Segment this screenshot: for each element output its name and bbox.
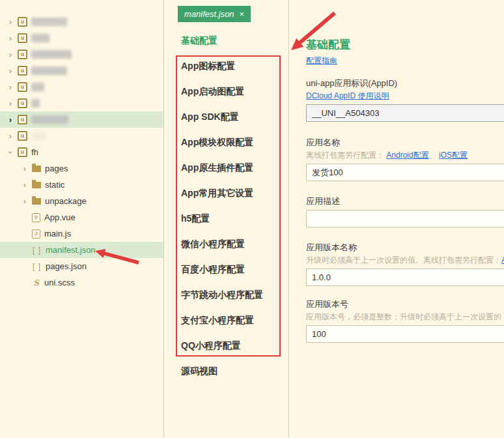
version-name-input[interactable] bbox=[306, 269, 504, 286]
hbuilderx-window: › u › u › u › u › u › u › bbox=[0, 0, 504, 438]
redacted-project-name bbox=[31, 18, 67, 26]
tab-manifest-json[interactable]: manifest.json × bbox=[178, 6, 251, 22]
uniapp-project-icon: u bbox=[18, 17, 27, 27]
uniapp-project-icon: u bbox=[18, 66, 27, 76]
tree-project-row[interactable]: › u bbox=[0, 128, 163, 144]
tab-label: manifest.json bbox=[184, 9, 234, 19]
uniapp-project-icon: u bbox=[18, 50, 27, 59]
chevron-right-icon[interactable]: › bbox=[21, 181, 29, 189]
nav-item-source-view[interactable]: 源码视图 bbox=[165, 358, 288, 384]
tab-close-icon[interactable]: × bbox=[240, 9, 245, 19]
nav-item-basic-config[interactable]: 基础配置 bbox=[165, 28, 288, 53]
chevron-right-icon[interactable]: › bbox=[7, 132, 14, 140]
config-guide-link[interactable]: 配置指南 bbox=[306, 55, 337, 66]
app-name-label: 应用名称 bbox=[306, 137, 504, 149]
uniapp-project-icon: u bbox=[18, 131, 27, 141]
tree-project-row[interactable]: › u bbox=[0, 30, 163, 46]
nav-item-bytedance-mp[interactable]: 字节跳动小程序配置 bbox=[165, 282, 288, 308]
chevron-right-icon[interactable]: › bbox=[7, 116, 14, 124]
version-name-label: 应用版本名称 bbox=[306, 242, 504, 254]
appid-label: uni-app应用标识(AppID) bbox=[306, 78, 504, 89]
basic-config-form-panel: 基础配置 配置指南 uni-app应用标识(AppID) DCloud AppI… bbox=[290, 0, 504, 438]
folder-name: pages bbox=[45, 164, 68, 173]
nav-item-baidu-mp[interactable]: 百度小程序配置 bbox=[165, 257, 288, 282]
tree-project-row[interactable]: › u bbox=[0, 79, 163, 95]
chevron-down-icon[interactable]: › bbox=[7, 149, 14, 156]
tree-file-uni-scss[interactable]: S uni.scss bbox=[0, 274, 163, 291]
tree-project-row[interactable]: › u bbox=[0, 95, 163, 111]
tree-project-row[interactable]: › u bbox=[0, 63, 163, 79]
folder-name: static bbox=[45, 180, 64, 190]
folder-icon bbox=[32, 166, 41, 172]
field-version-name: 应用版本名称 升级时必须高于上一次设置的值。离线打包需另行配置：Android配… bbox=[306, 242, 504, 286]
tree-project-row-fh[interactable]: › u fh bbox=[0, 144, 163, 160]
folder-name: unpackage bbox=[45, 196, 87, 206]
tree-file-manifest-json[interactable]: [ ] manifest.json bbox=[0, 242, 163, 258]
uniapp-project-icon: u bbox=[18, 33, 27, 43]
chevron-right-icon[interactable]: › bbox=[7, 100, 14, 108]
folder-icon bbox=[32, 198, 41, 205]
android-config-link[interactable]: Android配置 bbox=[386, 151, 428, 160]
json-file-icon: [ ] bbox=[32, 246, 42, 255]
section-nav-list: 基础配置 App图标配置 App启动图配置 App SDK配置 App模块权限配… bbox=[165, 28, 288, 384]
nav-item-app-permissions[interactable]: App模块权限配置 bbox=[165, 130, 288, 155]
file-tree-panel: › u › u › u › u › u › u › bbox=[0, 0, 164, 438]
uniapp-project-icon: u bbox=[18, 115, 27, 124]
nav-item-app-splash[interactable]: App启动图配置 bbox=[165, 79, 288, 104]
manifest-section-nav-panel: manifest.json × 基础配置 App图标配置 App启动图配置 Ap… bbox=[165, 0, 289, 438]
chevron-right-icon[interactable]: › bbox=[7, 67, 14, 75]
vue-file-icon: V bbox=[32, 213, 40, 222]
tree-project-row[interactable]: › u bbox=[0, 46, 163, 63]
dcloud-appid-help-link[interactable]: DCloud AppID 使用说明 bbox=[306, 91, 389, 100]
nav-item-qq-mp[interactable]: QQ小程序配置 bbox=[165, 333, 288, 358]
chevron-right-icon[interactable]: › bbox=[21, 165, 29, 173]
redacted-project-name bbox=[31, 34, 49, 42]
uniapp-project-icon: u bbox=[18, 98, 27, 108]
app-name-input[interactable] bbox=[306, 164, 504, 181]
tree-file-app-vue[interactable]: V App.vue bbox=[0, 209, 163, 226]
file-name: manifest.json bbox=[46, 245, 96, 255]
field-version-code: 应用版本号 应用版本号，必须是整数；升级时必须高于上一次设置的 bbox=[306, 299, 504, 343]
version-code-hint: 应用版本号，必须是整数；升级时必须高于上一次设置的 bbox=[306, 312, 501, 321]
chevron-right-icon[interactable]: › bbox=[21, 197, 29, 205]
version-code-label: 应用版本号 bbox=[306, 299, 504, 310]
link-delimiter: 、 bbox=[429, 151, 437, 160]
file-name: main.js bbox=[44, 229, 71, 239]
nav-item-app-sdk[interactable]: App SDK配置 bbox=[165, 104, 288, 130]
json-file-icon: [ ] bbox=[32, 262, 42, 271]
page-title: 基础配置 bbox=[306, 37, 350, 52]
tree-project-row-selected[interactable]: › u bbox=[0, 111, 163, 128]
tree-project-row[interactable]: › u bbox=[0, 14, 163, 30]
appid-input[interactable] bbox=[306, 104, 504, 122]
android-config-link-cutoff[interactable]: Android配置 bbox=[501, 256, 504, 265]
chevron-right-icon[interactable]: › bbox=[7, 35, 14, 42]
tree-file-pages-json[interactable]: [ ] pages.json bbox=[0, 258, 163, 274]
tree-folder-pages[interactable]: › pages bbox=[0, 160, 163, 177]
nav-item-app-icon[interactable]: App图标配置 bbox=[165, 53, 288, 79]
nav-item-alipay-mp[interactable]: 支付宝小程序配置 bbox=[165, 308, 288, 333]
nav-item-weixin-mp[interactable]: 微信小程序配置 bbox=[165, 231, 288, 257]
project-name: fh bbox=[31, 147, 38, 157]
ios-config-link[interactable]: iOS配置 bbox=[439, 151, 468, 160]
redacted-project-name bbox=[31, 99, 40, 108]
tree-folder-unpackage[interactable]: › unpackage bbox=[0, 193, 163, 209]
app-description-input[interactable] bbox=[306, 210, 504, 227]
nav-item-h5[interactable]: h5配置 bbox=[165, 206, 288, 231]
file-name: pages.json bbox=[46, 261, 87, 271]
chevron-right-icon[interactable]: › bbox=[7, 83, 14, 91]
folder-icon bbox=[32, 182, 41, 188]
app-description-label: 应用描述 bbox=[306, 196, 504, 207]
uniapp-project-icon: u bbox=[18, 82, 27, 92]
chevron-right-icon[interactable]: › bbox=[7, 18, 14, 26]
file-name: App.vue bbox=[44, 212, 76, 222]
tree-folder-static[interactable]: › static bbox=[0, 177, 163, 193]
chevron-right-icon[interactable]: › bbox=[7, 51, 14, 59]
field-app-description: 应用描述 bbox=[306, 196, 504, 227]
version-name-hint: 升级时必须高于上一次设置的值。离线打包需另行配置： bbox=[306, 256, 501, 265]
version-code-input[interactable] bbox=[306, 325, 504, 343]
nav-item-app-native-plugins[interactable]: App原生插件配置 bbox=[165, 155, 288, 181]
scss-file-icon: S bbox=[32, 278, 40, 287]
app-name-hint: 离线打包需另行配置： bbox=[306, 151, 384, 160]
tree-file-main-js[interactable]: J main.js bbox=[0, 226, 163, 242]
nav-item-app-misc[interactable]: App常用其它设置 bbox=[165, 181, 288, 206]
